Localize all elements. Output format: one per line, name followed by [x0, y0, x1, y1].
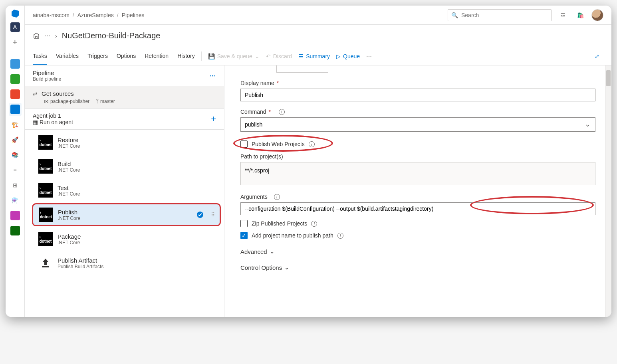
drag-handle-icon[interactable]: ⠿ [211, 212, 214, 218]
rail-deployment-icon[interactable]: ⊞ [9, 179, 22, 192]
summary-button[interactable]: ☰ Summary [298, 53, 330, 59]
divider [201, 51, 202, 61]
add-project-checkbox[interactable]: ✓ [240, 232, 248, 239]
rail-library-icon[interactable]: 📚 [9, 148, 22, 161]
path-input[interactable]: **/*.csproj [240, 162, 595, 185]
required-marker: * [277, 80, 279, 86]
discard-button[interactable]: ↶ Discard [266, 53, 292, 59]
breadcrumb: ainaba-mscom / AzureSamples / Pipelines [33, 12, 144, 18]
dotnet-icon: ›dotnet [38, 232, 53, 246]
task-package[interactable]: ›dotnet Package.NET Core [32, 228, 221, 250]
rail-releases-icon[interactable]: 🚀 [9, 133, 22, 146]
advanced-section[interactable]: Advanced⌄ [240, 248, 595, 255]
rail-builds-icon[interactable]: 🏗️ [9, 118, 22, 131]
task-details-panel: Display name * Command * i Publish Web P… [224, 65, 611, 317]
task-list: ›dotnet Restore.NET Core ›dotnet Build.N… [25, 131, 224, 274]
info-icon[interactable]: i [337, 233, 343, 239]
task-test[interactable]: ›dotnet Test.NET Core [32, 179, 221, 202]
pipeline-icon [33, 32, 40, 40]
branch-name: ᛘmaster [96, 99, 115, 104]
agent-icon: ▦ [33, 119, 40, 125]
rail-boards-icon[interactable] [9, 73, 22, 85]
tabs: Tasks Variables Triggers Options Retenti… [33, 48, 195, 65]
project-badge[interactable]: A [9, 21, 22, 34]
agent-job-label: Agent job 1 [33, 113, 73, 119]
play-icon: ▷ [336, 53, 341, 59]
chevron-down-icon: ⌄ [284, 264, 290, 271]
rail-repos-icon[interactable] [9, 88, 22, 101]
display-name-input[interactable] [240, 89, 595, 101]
rail-pipelines-icon[interactable] [9, 103, 22, 116]
search-input[interactable] [460, 12, 548, 19]
add-task-button[interactable]: + [211, 114, 216, 124]
breadcrumb-org[interactable]: ainaba-mscom [33, 12, 69, 18]
fullscreen-icon[interactable]: ⤢ [591, 50, 603, 63]
info-icon[interactable]: i [279, 109, 285, 115]
search-icon: 🔍 [451, 12, 458, 18]
separator: / [73, 12, 74, 18]
get-sources-label: Get sources [42, 90, 74, 97]
tab-triggers[interactable]: Triggers [87, 48, 108, 65]
sources-icon: ⇄ [33, 91, 38, 97]
breadcrumb-project[interactable]: AzureSamples [77, 12, 114, 18]
get-sources[interactable]: ⇄ Get sources ⋈package-publisher ᛘmaster [25, 86, 224, 109]
control-options-section[interactable]: Control Options⌄ [240, 264, 595, 271]
rail-taskgroups-icon[interactable]: ≡ [9, 164, 22, 176]
task-publish-artifact[interactable]: Publish ArtifactPublish Build Artifacts [32, 252, 221, 274]
chevron-down-icon: ⌄ [270, 248, 275, 255]
command-label: Command [240, 109, 266, 115]
shopping-bag-icon[interactable]: 🛍️ [574, 9, 587, 22]
scrollbar[interactable] [605, 65, 611, 317]
task-build[interactable]: ›dotnet Build.NET Core [32, 155, 221, 178]
more-commands[interactable]: ⋯ [366, 53, 372, 59]
pipeline-label: Pipeline [33, 69, 61, 76]
rail-dashboards-icon[interactable] [9, 57, 22, 70]
task-restore[interactable]: ›dotnet Restore.NET Core [32, 131, 221, 154]
display-name-label: Display name [240, 80, 274, 86]
info-icon[interactable]: i [274, 194, 280, 200]
chevron-down-icon: ⌄ [255, 53, 260, 59]
user-avatar[interactable] [591, 9, 603, 21]
tab-options[interactable]: Options [117, 48, 136, 65]
arguments-label: Arguments [240, 194, 268, 200]
add-button[interactable]: + [9, 36, 22, 49]
settings-list-icon[interactable]: ☲ [556, 9, 569, 22]
info-icon[interactable]: i [311, 221, 317, 227]
upload-icon [38, 256, 53, 270]
pipeline-header[interactable]: Pipeline Build pipeline ⋯ [25, 65, 224, 86]
rail-test-icon[interactable]: ⚗️ [9, 194, 22, 207]
zip-label: Zip Published Projects [252, 220, 307, 227]
search-box[interactable]: 🔍 [448, 9, 552, 21]
azure-devops-logo[interactable] [10, 8, 20, 18]
info-icon[interactable]: i [309, 141, 315, 147]
queue-button[interactable]: ▷ Queue [336, 53, 360, 59]
rail-artifacts-icon[interactable] [9, 209, 22, 222]
path-label: Path to project(s) [240, 153, 283, 160]
pipeline-sub: Build pipeline [33, 76, 61, 82]
nav-rail: A + 🏗️ 🚀 📚 ≡ ⊞ ⚗️ [6, 6, 25, 317]
more-icon[interactable]: ⋯ [45, 33, 50, 39]
tab-history[interactable]: History [177, 48, 195, 65]
agent-job[interactable]: Agent job 1 ▦ Run on agent + [25, 109, 224, 130]
tab-variables[interactable]: Variables [56, 48, 79, 65]
check-circle-icon [196, 211, 204, 218]
list-icon: ☰ [298, 53, 304, 59]
publish-web-checkbox[interactable] [240, 140, 248, 148]
save-icon: 💾 [208, 53, 215, 59]
dotnet-icon: ›dotnet [38, 135, 53, 150]
dotnet-icon: ›dotnet [38, 159, 53, 174]
tab-retention[interactable]: Retention [145, 48, 169, 65]
command-select[interactable] [240, 117, 595, 132]
task-publish[interactable]: ›dotnet Publish.NET Core ⠿ [32, 203, 221, 226]
breadcrumb-area[interactable]: Pipelines [122, 12, 145, 18]
save-queue-button[interactable]: 💾 Save & queue ⌄ [208, 53, 260, 59]
pipeline-tree: Pipeline Build pipeline ⋯ ⇄ Get sources … [25, 65, 224, 317]
arguments-input[interactable] [240, 202, 595, 215]
add-project-label: Add project name to publish path [252, 232, 333, 239]
zip-checkbox[interactable] [240, 220, 248, 227]
rail-compliance-icon[interactable] [9, 224, 22, 237]
dotnet-icon: ›dotnet [39, 208, 53, 222]
repo-icon: ⋈ [44, 99, 49, 104]
tab-tasks[interactable]: Tasks [33, 48, 47, 65]
pipeline-more[interactable]: ⋯ [210, 73, 216, 79]
